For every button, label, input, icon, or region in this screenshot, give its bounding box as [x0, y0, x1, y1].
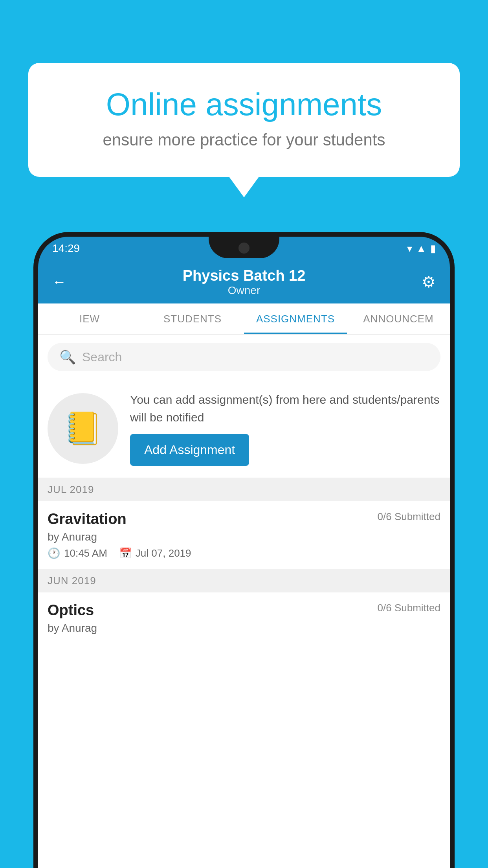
section-header-jun: JUN 2019	[38, 569, 450, 592]
tab-iew[interactable]: IEW	[38, 303, 141, 334]
settings-icon[interactable]: ⚙	[422, 273, 436, 291]
calendar-icon: 📅	[119, 547, 132, 559]
meta-time: 🕐 10:45 AM	[48, 547, 107, 559]
assignment-meta: 🕐 10:45 AM 📅 Jul 07, 2019	[48, 547, 440, 559]
status-time: 14:29	[52, 242, 80, 255]
screen-content: IEW STUDENTS ASSIGNMENTS ANNOUNCEM 🔍 Sea…	[38, 303, 450, 868]
app-header: ← Physics Batch 12 Owner ⚙	[38, 260, 450, 303]
assignment-submitted-optics: 0/6 Submitted	[378, 602, 440, 614]
wifi-icon: ▾	[407, 243, 412, 255]
assignment-submitted: 0/6 Submitted	[378, 511, 440, 523]
assignment-name-optics: Optics	[48, 602, 94, 619]
notch	[209, 237, 279, 258]
meta-date: 📅 Jul 07, 2019	[119, 547, 191, 559]
tab-students[interactable]: STUDENTS	[141, 303, 244, 334]
camera	[238, 243, 250, 254]
assignment-row-top-optics: Optics 0/6 Submitted	[48, 602, 440, 619]
assignment-time: 10:45 AM	[64, 547, 107, 559]
status-icons: ▾ ▲ ▮	[407, 243, 436, 255]
assignment-by-optics: by Anurag	[48, 622, 440, 634]
empty-state-description: You can add assignment(s) from here and …	[130, 391, 440, 426]
tab-announcements[interactable]: ANNOUNCEM	[347, 303, 450, 334]
add-assignment-button[interactable]: Add Assignment	[130, 434, 249, 466]
assignment-name: Gravitation	[48, 511, 127, 528]
back-button[interactable]: ←	[52, 274, 66, 290]
search-icon: 🔍	[59, 349, 76, 365]
search-placeholder: Search	[82, 350, 122, 364]
tabs: IEW STUDENTS ASSIGNMENTS ANNOUNCEM	[38, 303, 450, 335]
tab-assignments[interactable]: ASSIGNMENTS	[244, 303, 347, 334]
search-bar[interactable]: 🔍 Search	[48, 343, 440, 371]
battery-icon: ▮	[430, 243, 436, 255]
speech-bubble-subtitle: ensure more practice for your students	[56, 131, 432, 149]
header-subtitle: Owner	[183, 284, 306, 297]
assignment-row-top: Gravitation 0/6 Submitted	[48, 511, 440, 528]
speech-bubble: Online assignments ensure more practice …	[28, 63, 460, 177]
phone-frame: 14:29 ▾ ▲ ▮ ← Physics Batch 12 Owner ⚙ I…	[33, 232, 455, 868]
assignment-item-gravitation[interactable]: Gravitation 0/6 Submitted by Anurag 🕐 10…	[38, 501, 450, 569]
section-header-jul: JUL 2019	[38, 478, 450, 501]
assignment-icon-circle: 📒	[48, 393, 118, 464]
header-title: Physics Batch 12	[183, 267, 306, 284]
header-title-group: Physics Batch 12 Owner	[183, 267, 306, 297]
assignment-date: Jul 07, 2019	[136, 547, 191, 559]
signal-icon: ▲	[416, 243, 426, 255]
empty-state: 📒 You can add assignment(s) from here an…	[38, 379, 450, 478]
assignment-item-optics[interactable]: Optics 0/6 Submitted by Anurag	[38, 592, 450, 648]
clock-icon: 🕐	[48, 547, 60, 559]
assignment-notebook-icon: 📒	[63, 410, 103, 447]
empty-state-right: You can add assignment(s) from here and …	[130, 391, 440, 466]
assignment-by: by Anurag	[48, 531, 440, 543]
phone-inner: 14:29 ▾ ▲ ▮ ← Physics Batch 12 Owner ⚙ I…	[38, 237, 450, 868]
speech-bubble-title: Online assignments	[56, 86, 432, 123]
